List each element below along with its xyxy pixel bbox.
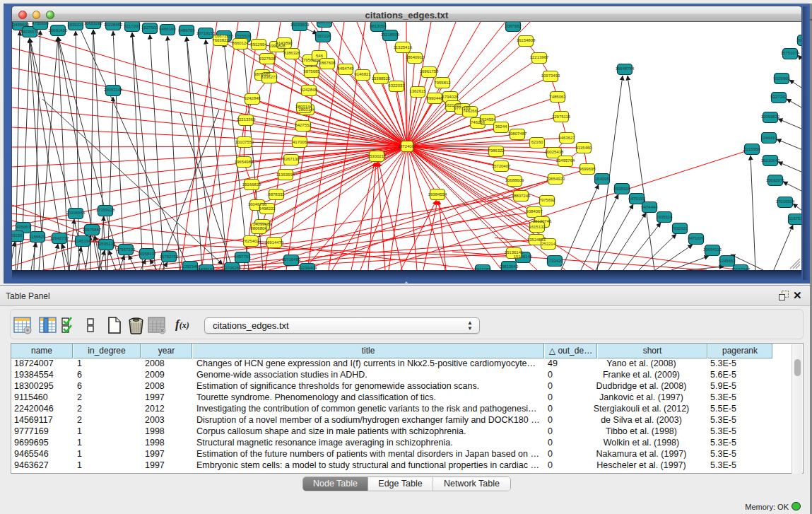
- svg-text:1292346: 1292346: [182, 264, 199, 269]
- svg-text:746266: 746266: [463, 109, 478, 113]
- svg-text:17956909: 17956909: [301, 58, 320, 62]
- svg-text:7357224: 7357224: [314, 34, 331, 38]
- svg-text:19384554: 19384554: [428, 192, 447, 197]
- svg-text:17957225: 17957225: [117, 247, 136, 252]
- svg-text:9146821: 9146821: [354, 72, 371, 76]
- svg-text:7975692: 7975692: [539, 198, 555, 202]
- svg-text:15136141: 15136141: [505, 250, 524, 255]
- svg-text:9227342: 9227342: [770, 95, 787, 99]
- svg-text:7632621: 7632621: [671, 226, 688, 230]
- svg-text:10688609: 10688609: [505, 178, 524, 182]
- svg-text:116753: 116753: [789, 216, 801, 221]
- svg-text:9457791: 9457791: [234, 255, 251, 259]
- svg-text:18724007: 18724007: [398, 144, 417, 148]
- svg-text:17359928: 17359928: [96, 208, 115, 212]
- svg-text:16782759: 16782759: [160, 255, 179, 259]
- svg-text:16914479: 16914479: [265, 240, 284, 245]
- svg-text:6479197: 6479197: [628, 197, 645, 201]
- svg-text:8806804: 8806804: [250, 226, 267, 230]
- svg-text:12213967: 12213967: [530, 55, 549, 59]
- svg-text:16961758: 16961758: [420, 69, 439, 74]
- svg-text:20691406: 20691406: [49, 28, 68, 33]
- svg-text:10973493: 10973493: [541, 74, 560, 78]
- svg-text:20053346: 20053346: [104, 88, 123, 92]
- svg-text:2935114: 2935114: [657, 215, 673, 219]
- svg-text:9115460: 9115460: [576, 146, 593, 150]
- svg-text:10719155: 10719155: [196, 31, 216, 35]
- svg-text:10228452: 10228452: [104, 23, 123, 27]
- svg-text:9699695: 9699695: [579, 167, 596, 171]
- svg-text:22455603: 22455603: [12, 23, 30, 27]
- svg-text:546: 546: [316, 54, 324, 58]
- svg-text:17016504: 17016504: [776, 199, 795, 204]
- svg-text:417006: 417006: [293, 140, 307, 144]
- svg-text:15388520: 15388520: [372, 76, 391, 81]
- svg-text:164095: 164095: [595, 177, 610, 181]
- svg-text:7625402: 7625402: [242, 239, 259, 243]
- svg-text:9084067: 9084067: [526, 209, 543, 214]
- svg-text:13654923: 13654923: [546, 177, 565, 181]
- svg-text:39159: 39159: [12, 233, 23, 238]
- svg-text:6322037: 6322037: [388, 83, 405, 88]
- svg-text:3875685: 3875685: [303, 69, 320, 74]
- svg-text:8454749: 8454749: [337, 66, 354, 71]
- svg-text:7515526: 7515526: [235, 34, 252, 38]
- svg-text:18640910: 18640910: [406, 55, 425, 59]
- svg-text:10654112: 10654112: [703, 247, 722, 252]
- svg-text:1362615: 1362615: [409, 89, 426, 93]
- svg-text:1244419: 1244419: [760, 136, 777, 140]
- svg-text:9327508: 9327508: [259, 57, 276, 61]
- svg-text:8186328: 8186328: [283, 51, 300, 55]
- svg-text:7485063: 7485063: [549, 95, 566, 99]
- svg-text:15720407: 15720407: [492, 164, 511, 168]
- svg-text:1615132: 1615132: [529, 225, 546, 229]
- svg-text:14035571: 14035571: [20, 30, 40, 34]
- svg-text:18807249: 18807249: [512, 194, 531, 198]
- svg-text:10807487: 10807487: [508, 132, 527, 136]
- svg-text:3912954: 3912954: [250, 42, 267, 47]
- svg-text:20813640: 20813640: [500, 264, 519, 269]
- svg-text:19166829: 19166829: [242, 182, 261, 187]
- svg-text:15716485: 15716485: [282, 257, 301, 262]
- svg-text:1145194: 1145194: [75, 239, 92, 243]
- svg-text:8427552: 8427552: [295, 123, 312, 127]
- svg-text:62160: 62160: [531, 140, 543, 144]
- svg-text:10025438: 10025438: [545, 150, 564, 154]
- svg-text:16648784: 16648784: [616, 66, 635, 71]
- svg-text:8660124: 8660124: [232, 41, 249, 45]
- svg-text:16033809: 16033809: [290, 23, 310, 27]
- svg-text:4735650: 4735650: [32, 22, 49, 25]
- svg-text:1839221: 1839221: [67, 23, 84, 27]
- svg-text:9474444: 9474444: [641, 205, 658, 209]
- svg-text:25495764: 25495764: [556, 158, 575, 163]
- svg-text:25300215: 25300215: [367, 154, 387, 158]
- svg-text:8489709: 8489709: [178, 28, 195, 33]
- svg-text:3267130: 3267130: [283, 157, 300, 161]
- svg-text:2803144: 2803144: [295, 105, 312, 109]
- svg-text:8813054: 8813054: [370, 24, 387, 28]
- svg-text:9245652: 9245652: [719, 259, 736, 263]
- svg-text:10107552: 10107552: [235, 140, 254, 144]
- svg-text:9242848: 9242848: [300, 88, 317, 92]
- svg-text:19654982: 19654982: [235, 160, 254, 164]
- svg-text:16120746: 16120746: [533, 219, 552, 223]
- svg-text:8336273: 8336273: [261, 75, 278, 79]
- svg-text:2087682: 2087682: [505, 24, 522, 28]
- svg-text:12213369: 12213369: [237, 117, 256, 122]
- svg-text:20206556: 20206556: [66, 211, 86, 215]
- svg-text:435061: 435061: [16, 225, 31, 229]
- svg-text:10653267: 10653267: [84, 22, 103, 25]
- svg-text:7986322: 7986322: [488, 148, 505, 153]
- svg-text:6794028: 6794028: [442, 95, 459, 99]
- svg-text:10975867: 10975867: [83, 228, 102, 232]
- svg-text:36244: 36244: [495, 124, 507, 129]
- svg-text:16210643: 16210643: [761, 158, 780, 163]
- svg-text:1156829: 1156829: [30, 235, 47, 239]
- svg-text:11325419: 11325419: [394, 45, 413, 49]
- svg-text:252214: 252214: [541, 242, 556, 246]
- svg-text:8990448: 8990448: [426, 96, 443, 100]
- svg-text:8938928: 8938928: [613, 187, 630, 191]
- svg-text:1527602: 1527602: [141, 25, 158, 30]
- svg-text:4143890: 4143890: [276, 41, 293, 45]
- svg-text:11353594: 11353594: [276, 173, 295, 177]
